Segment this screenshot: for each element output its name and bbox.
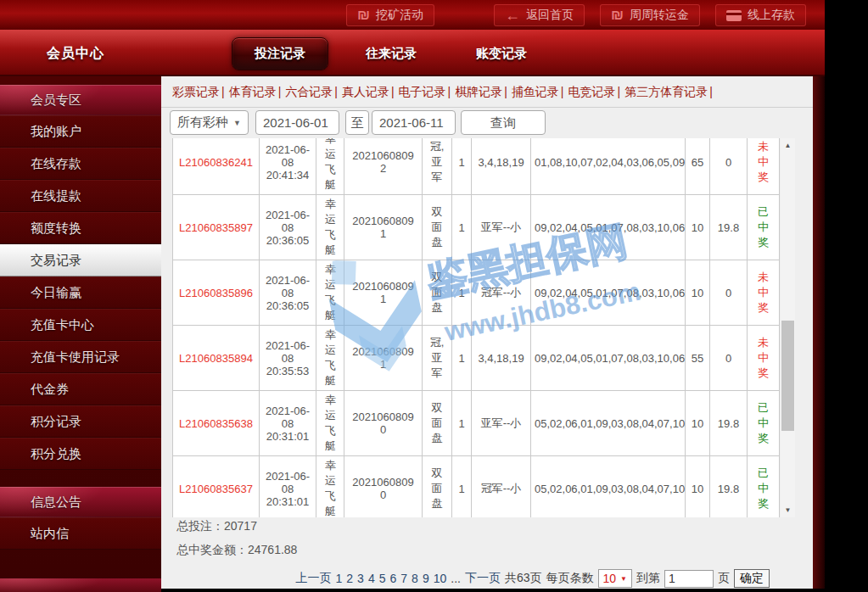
page-number-link[interactable]: 6 — [389, 572, 396, 585]
sidebar-item[interactable]: 额度转换 — [0, 212, 161, 244]
play-name: 亚军--小 — [472, 195, 531, 260]
per-page-label: 每页条数 — [546, 571, 594, 586]
search-button[interactable]: 查询 — [461, 110, 546, 135]
lottery-type-select[interactable]: 所有彩种 ▼ — [170, 110, 249, 135]
order-id-link[interactable]: L21060835637 — [173, 456, 260, 518]
next-page-link[interactable]: 下一页 — [465, 571, 501, 586]
page-number-link[interactable]: 5 — [379, 572, 386, 585]
back-home-button[interactable]: ← 返回首页 — [494, 4, 585, 26]
sidebar-item[interactable]: 信息公告 — [0, 487, 161, 517]
sidebar-item[interactable]: 在线提款 — [0, 180, 161, 212]
mining-activity-label: 挖矿活动 — [376, 8, 423, 23]
page-number-link[interactable]: 10 — [434, 572, 447, 585]
sidebar-item[interactable]: 交易记录 — [0, 244, 161, 276]
per-page-select[interactable]: 10 ▼ — [598, 569, 633, 588]
confirm-button[interactable]: 确定 — [734, 569, 770, 588]
payout-amount: 19.8 — [710, 391, 748, 456]
draw-numbers: 09,02,04,05,01,07,08,03,10,06 — [531, 326, 686, 391]
bet-count: 1 — [452, 456, 472, 518]
total-win-label: 总中奖金额： — [176, 543, 248, 556]
page-number-link[interactable]: 4 — [368, 572, 375, 585]
sidebar-item[interactable]: 代金券 — [0, 373, 161, 405]
subnav-separator: | — [391, 85, 395, 98]
page-number-link[interactable]: 3 — [357, 572, 364, 585]
order-id-link[interactable]: L21060836241 — [173, 138, 260, 195]
prev-page-link[interactable]: 上一页 — [296, 571, 332, 586]
tab-transfer-records[interactable]: 往来记录 — [344, 38, 439, 70]
scroll-up-icon[interactable]: ▲ — [781, 138, 795, 153]
draw-numbers: 09,02,04,05,01,07,08,03,10,06 — [531, 195, 686, 260]
page-number-link[interactable]: 9 — [423, 572, 429, 585]
order-id-link[interactable]: L21060835896 — [173, 260, 260, 326]
play-category: 双面盘 — [423, 260, 452, 326]
total-win-line: 总中奖金额：24761.88 — [176, 543, 297, 558]
bet-status: 已中奖 — [748, 391, 780, 456]
payout-amount: 0 — [710, 260, 748, 326]
scrollbar-thumb[interactable] — [781, 321, 794, 431]
sidebar-item[interactable]: 会员专区 — [0, 85, 161, 115]
date-to-input[interactable] — [372, 110, 456, 135]
table-row: L210608358972021-06-08 20:36:05幸运飞艇20210… — [173, 195, 780, 260]
sidebar-item[interactable]: 今日输赢 — [0, 276, 161, 309]
subnav-link[interactable]: 体育记录 — [229, 85, 277, 98]
page-number-link[interactable]: 2 — [346, 572, 353, 585]
sidebar-item[interactable]: 站内信 — [0, 517, 161, 550]
page-number-link[interactable]: 7 — [400, 572, 407, 585]
subnav-link[interactable]: 电子记录 — [399, 85, 446, 98]
subnav-separator: | — [617, 85, 620, 98]
scroll-down-icon[interactable]: ▼ — [781, 503, 795, 517]
bet-amount: 55 — [686, 326, 710, 391]
subnav-link[interactable]: 六合记录 — [285, 85, 333, 98]
order-id-link[interactable]: L21060835638 — [173, 391, 260, 456]
weekly-bonus-button[interactable]: ₪ 周周转运金 — [600, 4, 700, 26]
table-row: L210608356382021-06-08 20:31:01幸运飞艇20210… — [173, 391, 780, 456]
bet-status: 未中奖 — [748, 326, 780, 391]
page-number-link[interactable]: 1 — [336, 572, 343, 585]
lottery-name: 幸运飞艇 — [316, 326, 344, 391]
main-content: 彩票记录|体育记录|六合记录|真人记录|电子记录|棋牌记录|捕鱼记录|电竞记录|… — [161, 76, 813, 589]
bet-time: 2021-06-08 20:35:53 — [260, 326, 316, 391]
weekly-bonus-label: 周周转运金 — [630, 8, 689, 23]
subnav-link[interactable]: 第三方体育记录 — [624, 85, 708, 98]
subnav-link[interactable]: 彩票记录 — [172, 85, 220, 98]
payout-amount: 0 — [710, 326, 748, 391]
sidebar-item[interactable]: 充值卡使用记录 — [0, 341, 161, 373]
goto-page-input[interactable] — [664, 570, 714, 588]
online-deposit-button[interactable]: 线上存款 — [715, 4, 806, 26]
bet-count: 1 — [452, 326, 472, 391]
right-border-strip — [813, 76, 825, 589]
sidebar-item[interactable]: 充值卡中心 — [0, 309, 161, 341]
tab-account-change-records[interactable]: 账变记录 — [454, 38, 549, 70]
bet-count: 1 — [452, 260, 472, 326]
sidebar-item[interactable]: 积分记录 — [0, 405, 161, 438]
play-name: 冠军--小 — [472, 456, 531, 518]
sidebar-item[interactable]: 积分兑换 — [0, 438, 161, 470]
order-id-link[interactable]: L21060835894 — [173, 326, 260, 391]
subnav-separator: | — [221, 85, 225, 98]
subnav-link[interactable]: 棋牌记录 — [455, 85, 502, 98]
online-deposit-label: 线上存款 — [748, 8, 795, 23]
bet-count: 1 — [452, 195, 472, 260]
mining-activity-button[interactable]: ₪ 挖矿活动 — [346, 4, 434, 26]
subnav-link[interactable]: 真人记录 — [342, 85, 389, 98]
sidebar-item[interactable]: 在线存款 — [0, 148, 161, 180]
sidebar-item[interactable]: 我的账户 — [0, 115, 161, 148]
page-number-link[interactable]: 8 — [412, 572, 418, 585]
back-home-label: 返回首页 — [526, 8, 574, 23]
subnav-link[interactable]: 电竞记录 — [568, 85, 615, 98]
lottery-name: 幸运飞艇 — [316, 260, 344, 326]
order-id-link[interactable]: L21060835897 — [173, 195, 260, 260]
tab-bet-records[interactable]: 投注记录 — [232, 37, 328, 70]
subnav-separator: | — [709, 85, 713, 98]
record-tabs: 投注记录往来记录账变记录 — [232, 36, 549, 71]
issue-number: 20210608091 — [344, 326, 423, 391]
table-scrollbar[interactable]: ▲ ▼ — [781, 138, 795, 517]
subnav-link[interactable]: 捕鱼记录 — [512, 85, 559, 98]
play-name: 3,4,18,19 — [472, 326, 531, 391]
payout-amount: 0 — [710, 138, 748, 195]
pagination: 上一页 12345678910 ... 下一页 共63页 每页条数 10 ▼ 到… — [296, 569, 770, 588]
date-from-input[interactable] — [255, 110, 339, 135]
bet-status: 未中奖 — [748, 138, 780, 195]
table-row: L210608362412021-06-08 20:41:34幸运飞艇20210… — [173, 138, 780, 195]
lottery-name: 幸运飞艇 — [316, 456, 344, 518]
